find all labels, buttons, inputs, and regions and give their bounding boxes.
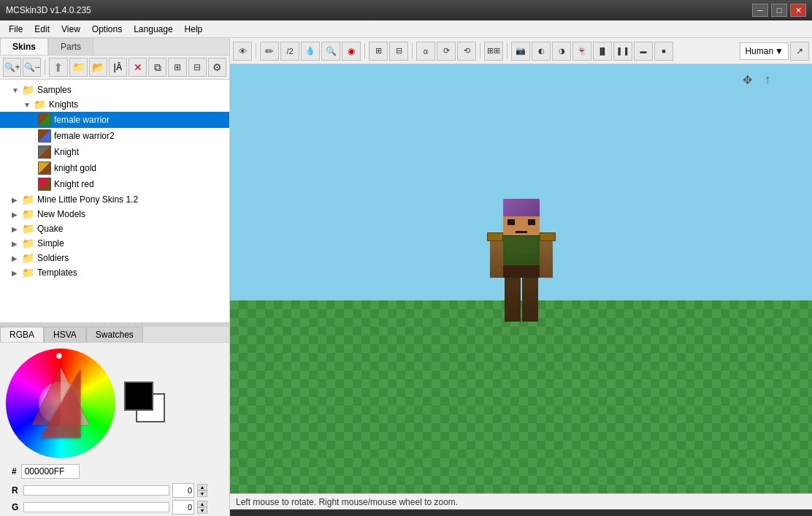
g-spin-up[interactable]: ▲ (197, 501, 207, 507)
menu-help[interactable]: Help (179, 23, 209, 36)
zoom-btn[interactable]: 🔍 (321, 42, 340, 61)
import-btn[interactable]: 📁 (69, 58, 88, 77)
foreground-color-box[interactable] (124, 382, 153, 411)
viewport-extra-btn[interactable]: ↗ (790, 42, 809, 61)
tab-skins[interactable]: Skins (0, 38, 48, 55)
import-tex-btn[interactable]: ⊟ (389, 42, 408, 61)
g-value: 0 (172, 500, 194, 515)
r-slider[interactable] (23, 485, 169, 496)
viewport-canvas[interactable]: ✥ ↑ (230, 64, 812, 493)
tree-item-female-warrior2[interactable]: female warrior2 (0, 128, 229, 144)
dropper-btn[interactable]: 💧 (301, 42, 320, 61)
light-btn2[interactable]: ◑ (552, 42, 571, 61)
delete-btn[interactable]: ✕ (129, 58, 147, 77)
texture-btn[interactable]: ⊞ (369, 42, 388, 61)
hex-input[interactable] (21, 464, 80, 479)
tree-item-knights[interactable]: ▼ 📁 Knights (0, 97, 229, 112)
pencil-btn[interactable]: ✏ (260, 42, 279, 61)
tree-item-knight-gold[interactable]: knight gold (0, 160, 229, 176)
close-button[interactable]: ✕ (790, 4, 806, 17)
female-warrior-label: female warrior (54, 115, 110, 125)
menu-language[interactable]: Language (128, 23, 178, 36)
restore-button[interactable]: □ (771, 4, 787, 17)
color-wheel[interactable] (6, 349, 115, 458)
new-skin-btn[interactable]: ⬆ (49, 58, 67, 77)
tree-item-knight[interactable]: Knight (0, 144, 229, 160)
settings-btn[interactable]: ⚙ (208, 58, 226, 77)
main-layout: Skins Parts 🔍+ 🔍− ⬆ 📁 📂 |Ā ✕ ⧉ ⊞ ⊟ ⚙ (0, 38, 812, 516)
expand-knights-icon: ▼ (23, 101, 32, 109)
model-dropdown[interactable]: Human ▼ (740, 42, 789, 60)
anim-btn2[interactable]: ▌▐ (613, 42, 632, 61)
tree-item-samples[interactable]: ▼ 📁 Samples (0, 83, 229, 97)
tree-item-mine-pony[interactable]: ▶ 📁 Mine Little Pony Skins 1.2 (0, 192, 229, 207)
dropdown-arrow-icon: ▼ (775, 46, 784, 56)
rename-btn[interactable]: |Ā (109, 58, 127, 77)
expand-templates-icon: ▶ (12, 269, 20, 277)
grid-btn1[interactable]: ⊞ (168, 58, 186, 77)
screenshot-btn[interactable]: 📷 (511, 42, 530, 61)
open-btn[interactable]: 📂 (89, 58, 107, 77)
skin-icon-female-warrior (38, 113, 51, 126)
titlebar: MCSkin3D v1.4.0.235 ─ □ ✕ (0, 0, 812, 20)
foreground-background (124, 382, 168, 425)
anim-btn1[interactable]: ▐▌ (593, 42, 612, 61)
view-btn[interactable]: 👁 (233, 42, 252, 61)
grid-vp-btn[interactable]: ⊞⊞ (484, 42, 503, 61)
anim-btn4[interactable]: ■ (654, 42, 673, 61)
alpha-btn[interactable]: α (416, 42, 435, 61)
anim-btn3[interactable]: ▬ (634, 42, 653, 61)
menu-edit[interactable]: Edit (28, 23, 55, 36)
tree-item-female-warrior[interactable]: female warrior (0, 112, 229, 128)
up-arrow-icon[interactable]: ↑ (759, 72, 775, 88)
expand-simple-icon: ▶ (12, 240, 20, 248)
char-arm-left (490, 235, 503, 278)
color-tab-swatches[interactable]: Swatches (86, 327, 143, 342)
ghost-btn[interactable]: 👻 (572, 42, 591, 61)
folder-soldiers-icon: 📁 (22, 252, 34, 264)
fill-btn[interactable]: ◉ (342, 42, 361, 61)
grid-btn2[interactable]: ⊟ (188, 58, 207, 77)
tree-item-simple[interactable]: ▶ 📁 Simple (0, 236, 229, 251)
eraser-btn[interactable]: /2 (280, 42, 299, 61)
hex-row: # (6, 464, 80, 479)
zoom-in-btn[interactable]: 🔍+ (3, 58, 21, 77)
color-tab-rgba[interactable]: RGBA (0, 327, 44, 342)
tools-btn1[interactable]: ⟳ (437, 42, 456, 61)
tab-parts[interactable]: Parts (48, 38, 93, 55)
tree-item-new-models[interactable]: ▶ 📁 New Models (0, 207, 229, 221)
folder-simple-icon: 📁 (22, 238, 34, 249)
menu-file[interactable]: File (3, 23, 28, 36)
r-spin-up[interactable]: ▲ (197, 484, 207, 490)
tree-item-templates[interactable]: ▶ 📁 Templates (0, 265, 229, 280)
knights-label: Knights (49, 99, 78, 110)
tree-item-soldiers[interactable]: ▶ 📁 Soldiers (0, 251, 229, 265)
g-slider[interactable] (23, 502, 169, 512)
zoom-out-btn[interactable]: 🔍− (23, 58, 41, 77)
skin-icon-knight-gold (38, 162, 51, 175)
simple-label: Simple (37, 238, 64, 248)
expand-new-models-icon: ▶ (12, 210, 20, 219)
rotate-icon[interactable]: ✥ (739, 72, 755, 88)
light-btn1[interactable]: ◐ (532, 42, 551, 61)
tabs: Skins Parts (0, 38, 229, 56)
clone-btn[interactable]: ⧉ (148, 58, 166, 77)
g-spin-down[interactable]: ▼ (197, 507, 207, 514)
expand-mine-pony-icon: ▶ (12, 196, 20, 204)
expand-quake-icon: ▶ (12, 225, 20, 233)
status-text: Left mouse to rotate. Right mouse/mouse … (236, 497, 458, 507)
menubar: File Edit View Options Language Help (0, 20, 812, 38)
folder-mine-pony-icon: 📁 (22, 194, 34, 205)
menu-options[interactable]: Options (86, 23, 128, 36)
menu-view[interactable]: View (55, 23, 86, 36)
color-wheel-inner (39, 382, 83, 425)
tools-btn2[interactable]: ⟲ (457, 42, 476, 61)
tree-item-quake[interactable]: ▶ 📁 Quake (0, 221, 229, 236)
char-chest-detail (507, 242, 536, 254)
tree-item-knight-red[interactable]: Knight red (0, 176, 229, 192)
color-tab-hsva[interactable]: HSVA (44, 327, 86, 342)
minimize-button[interactable]: ─ (752, 4, 768, 17)
r-spin-down[interactable]: ▼ (197, 490, 207, 497)
r-value: 0 (172, 483, 194, 498)
color-content: # R 0 ▲ ▼ (0, 343, 229, 516)
